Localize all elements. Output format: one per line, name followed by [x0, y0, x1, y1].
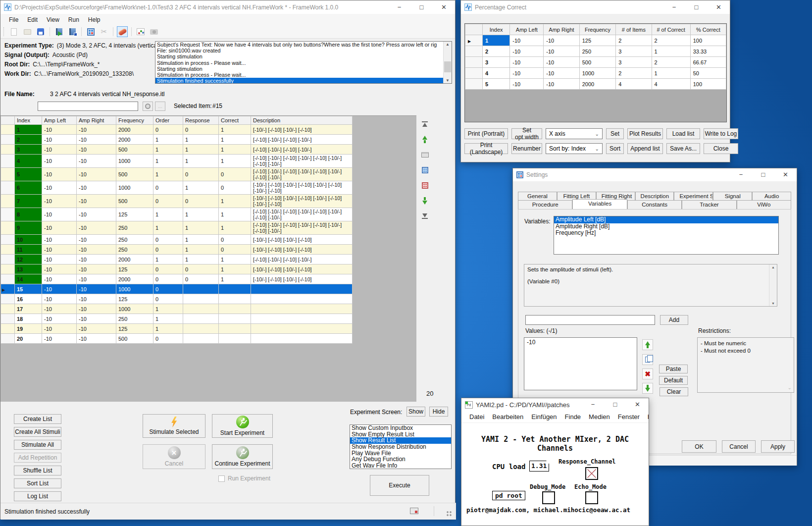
table-row[interactable]: ▶ 2 -10 -10 250 3 1 33.33	[465, 46, 726, 57]
col-response[interactable]: Response	[183, 116, 219, 125]
col-index[interactable]: Index	[15, 116, 42, 125]
menu-item[interactable]: Bearbeiten	[488, 412, 527, 421]
row-header[interactable]: ▶	[1, 135, 15, 145]
list-action-button[interactable]: Sort List	[14, 478, 61, 488]
row-header[interactable]: ▶	[465, 35, 483, 46]
move-to-bottom-button[interactable]	[419, 210, 431, 221]
run-experiment-checkbox[interactable]	[218, 475, 225, 482]
grid-row[interactable]: ▶ 13 -10 -10 125 0 0 1 [-10/-] [-/-10] […	[1, 264, 353, 274]
browse-button[interactable]: ...	[155, 102, 165, 111]
menu-item[interactable]: Einfügen	[527, 412, 560, 421]
minimize-button[interactable]: −	[663, 0, 685, 14]
menu-item[interactable]: Help	[84, 15, 105, 25]
hide-button[interactable]: Hide	[429, 407, 448, 417]
row-header[interactable]: ▶	[1, 221, 15, 235]
grid-row[interactable]: ▶ 2 -10 -10 2000 1 1 1 [-/-10] [-10/-] […	[1, 135, 353, 145]
close-button[interactable]: ✕	[626, 398, 649, 411]
row-header[interactable]: ▶	[1, 294, 15, 304]
save-icon[interactable]	[35, 26, 46, 37]
grid-row[interactable]: ▶ 18 -10 -10 250 1	[1, 314, 353, 324]
minimize-button[interactable]: −	[730, 168, 752, 181]
grid-row[interactable]: ▶ 11 -10 -10 250 0 1 0 [-10/-] [-/-10] […	[1, 245, 353, 255]
open-file-icon[interactable]	[22, 26, 33, 37]
pd-root-object[interactable]: pd root	[492, 491, 525, 500]
move-to-top-button[interactable]	[419, 118, 431, 129]
search-input[interactable]	[38, 102, 138, 111]
close-button[interactable]: ✕	[433, 0, 455, 14]
col-amp-right[interactable]: Amp Right	[77, 116, 116, 125]
log-line[interactable]: Starting stimulation	[155, 66, 443, 72]
new-value-input[interactable]	[525, 315, 655, 325]
camera-icon[interactable]	[149, 26, 159, 37]
sort-by-dropdown[interactable]: Sort by: Index⌄	[546, 143, 603, 154]
minimize-button[interactable]: −	[388, 0, 410, 14]
table-row[interactable]: ▶ 4 -10 -10 1000 2 1 50	[465, 68, 726, 79]
col-percent[interactable]: % Correct	[690, 24, 726, 35]
menu-item[interactable]: File	[4, 15, 23, 25]
col-description[interactable]: Description	[251, 116, 353, 125]
close-button[interactable]: ✕	[774, 168, 797, 181]
move-value-up-button[interactable]	[642, 339, 653, 350]
default-button[interactable]: Default	[659, 376, 688, 385]
grid-row[interactable]: ▶ 7 -10 -10 500 0 0 1 [-10/-] [-/-10] [-…	[1, 195, 353, 208]
variables-listbox[interactable]: Amplitude Left [dB]Amplitude Right [dB]F…	[554, 216, 779, 255]
menu-item[interactable]: Fenster	[614, 412, 644, 421]
row-header[interactable]: ▶	[1, 195, 15, 208]
log-line[interactable]: Stimulation finished successfully	[155, 78, 443, 84]
cpu-load-numberbox[interactable]: 1.31	[529, 461, 549, 472]
variable-item[interactable]: Frequency [Hz]	[554, 230, 778, 237]
grid-row[interactable]: ▶ 16 -10 -10 125 0	[1, 294, 353, 304]
maximize-button[interactable]: □	[685, 0, 708, 14]
result-grid[interactable]: Index Amp Left Amp Right Frequency Order…	[0, 116, 353, 344]
grid-row[interactable]: ▶ 6 -10 -10 1000 0 1 0 [-10/-] [-/-10] […	[1, 181, 353, 195]
resize-grip[interactable]	[446, 511, 452, 517]
log-line[interactable]: Subject's Request Text: Now we have 4 in…	[155, 42, 443, 48]
description-scrollbar[interactable]: ▲ ▼	[769, 264, 777, 306]
menu-item[interactable]: Run	[64, 15, 84, 25]
table-row[interactable]: ▶ 5 -10 -10 2000 4 4 100	[465, 79, 726, 90]
scroll-up-icon[interactable]: ▲	[769, 265, 777, 269]
copy-value-icon[interactable]	[642, 354, 653, 365]
sort-button[interactable]: Sort	[606, 143, 624, 154]
append-list-button[interactable]: Append list	[627, 143, 663, 154]
grid-row[interactable]: ▶ 14 -10 -10 2000 0 0 1 [-10/-] [-/-10] …	[1, 274, 353, 284]
x-axis-dropdown[interactable]: X axis⌄	[546, 128, 603, 139]
deselect-all-button[interactable]	[419, 180, 431, 191]
row-header[interactable]: ▶	[1, 314, 15, 324]
renumber-button[interactable]: Renumber	[511, 143, 542, 154]
grid-row[interactable]: ▶ 20 -10 -10 500 0	[1, 334, 353, 344]
load-list-icon[interactable]	[53, 26, 64, 37]
paste-button[interactable]: Paste	[659, 365, 688, 373]
tab[interactable]: Description	[635, 192, 674, 201]
echo-mode-toggle[interactable]	[585, 491, 598, 504]
row-header[interactable]: ▶	[1, 304, 15, 314]
list-action-button[interactable]: Create List	[14, 414, 61, 424]
row-header[interactable]: ▶	[1, 145, 15, 155]
plot-icon[interactable]	[135, 26, 146, 37]
row-header[interactable]: ▶	[1, 181, 15, 195]
row-header[interactable]: ▶	[1, 208, 15, 221]
menu-item[interactable]: Finde	[561, 412, 585, 421]
stimulate-selected-button[interactable]: Stimulate Selected	[143, 414, 205, 438]
row-header[interactable]: ▶	[1, 274, 15, 284]
row-header[interactable]: ▶	[1, 334, 15, 344]
save-list-icon[interactable]	[67, 26, 78, 37]
list-action-button[interactable]: Create All Stimuli	[14, 427, 61, 437]
grid-row[interactable]: ▶ 5 -10 -10 500 1 0 0 [-/-10] [-10/-] [-…	[1, 168, 353, 181]
show-button[interactable]: Show	[406, 407, 425, 417]
menu-item[interactable]: Medien	[585, 412, 614, 421]
menu-item[interactable]: Datei	[465, 412, 488, 421]
row-header[interactable]: ▶	[1, 125, 15, 135]
set-opt-width-button[interactable]: Set opt.width	[511, 128, 542, 139]
tab[interactable]: Signal	[713, 192, 752, 201]
maximize-button[interactable]: □	[410, 0, 433, 14]
log-line[interactable]: File: sin01000.wav created	[155, 48, 443, 53]
tab[interactable]: Variables	[572, 199, 627, 209]
close-button[interactable]: ✕	[708, 0, 730, 14]
col-index[interactable]: Index	[482, 24, 509, 35]
function-list-item[interactable]: Get Wav File Info	[350, 463, 451, 469]
add-button[interactable]: Add	[660, 315, 688, 325]
apply-button[interactable]: Apply	[761, 440, 795, 453]
table-row[interactable]: ▶ 3 -10 -10 500 3 2 66.67	[465, 57, 726, 68]
plot-results-button[interactable]: Plot Results	[627, 128, 663, 139]
